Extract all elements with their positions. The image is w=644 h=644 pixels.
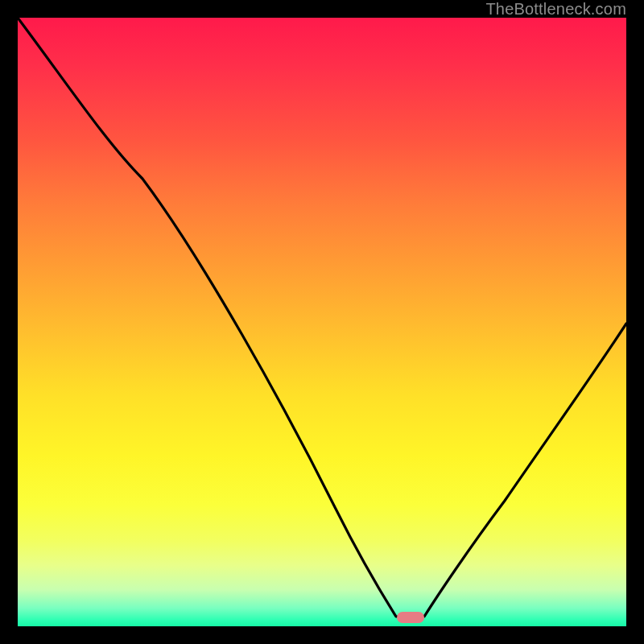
chart-frame: TheBottleneck.com bbox=[0, 0, 644, 644]
plot-area bbox=[18, 18, 626, 626]
watermark-text: TheBottleneck.com bbox=[485, 0, 626, 19]
curve-path bbox=[18, 18, 626, 617]
bottleneck-curve bbox=[18, 18, 626, 626]
optimal-marker bbox=[397, 612, 424, 623]
